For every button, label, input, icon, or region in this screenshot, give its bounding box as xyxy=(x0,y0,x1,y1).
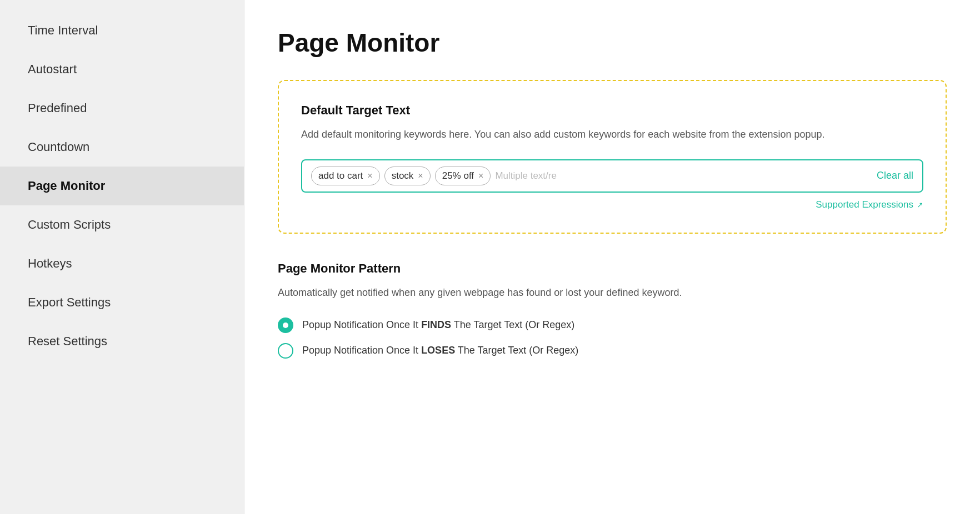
default-target-text-title: Default Target Text xyxy=(301,103,923,118)
sidebar: Time IntervalAutostartPredefinedCountdow… xyxy=(0,0,244,514)
tag-tag-1: add to cart× xyxy=(311,167,380,185)
tags-input[interactable]: add to cart×stock×25% off×Multiple text/… xyxy=(301,159,923,193)
clear-all-button[interactable]: Clear all xyxy=(877,170,913,182)
radio-group: Popup Notification Once It FINDS The Tar… xyxy=(278,318,947,359)
tag-label: add to cart xyxy=(318,170,363,182)
tags-placeholder: Multiple text/re xyxy=(495,170,872,182)
tag-label: stock xyxy=(392,170,414,182)
sidebar-item-predefined[interactable]: Predefined xyxy=(0,89,244,128)
sidebar-item-autostart[interactable]: Autostart xyxy=(0,50,244,89)
page-monitor-pattern-title: Page Monitor Pattern xyxy=(278,261,947,276)
supported-expressions-label: Supported Expressions xyxy=(816,199,913,210)
main-content: Page Monitor Default Target Text Add def… xyxy=(244,0,980,514)
page-title: Page Monitor xyxy=(278,28,947,58)
sidebar-item-reset-settings[interactable]: Reset Settings xyxy=(0,322,244,361)
sidebar-item-export-settings[interactable]: Export Settings xyxy=(0,283,244,322)
default-target-text-card: Default Target Text Add default monitori… xyxy=(278,80,947,234)
tag-remove-button[interactable]: × xyxy=(367,172,372,180)
tag-remove-button[interactable]: × xyxy=(478,172,483,180)
tag-tag-3: 25% off× xyxy=(435,167,491,185)
supported-expressions-container: Supported Expressions ↗ xyxy=(301,199,923,210)
tag-tag-2: stock× xyxy=(384,167,431,185)
tag-label: 25% off xyxy=(442,170,474,182)
sidebar-item-custom-scripts[interactable]: Custom Scripts xyxy=(0,205,244,244)
radio-circle-loses xyxy=(278,343,293,359)
sidebar-item-page-monitor[interactable]: Page Monitor xyxy=(0,167,244,205)
page-monitor-pattern-description: Automatically get notified when any give… xyxy=(278,285,947,301)
radio-label-finds: Popup Notification Once It FINDS The Tar… xyxy=(302,319,574,331)
sidebar-item-countdown[interactable]: Countdown xyxy=(0,128,244,167)
sidebar-item-time-interval[interactable]: Time Interval xyxy=(0,11,244,50)
external-link-icon: ↗ xyxy=(917,200,923,209)
page-monitor-pattern: Page Monitor Pattern Automatically get n… xyxy=(278,261,947,359)
default-target-text-description: Add default monitoring keywords here. Yo… xyxy=(301,127,923,143)
radio-circle-finds xyxy=(278,318,293,333)
radio-option-finds[interactable]: Popup Notification Once It FINDS The Tar… xyxy=(278,318,947,333)
supported-expressions-link[interactable]: Supported Expressions ↗ xyxy=(816,199,923,210)
radio-option-loses[interactable]: Popup Notification Once It LOSES The Tar… xyxy=(278,343,947,359)
tag-remove-button[interactable]: × xyxy=(418,172,423,180)
radio-label-loses: Popup Notification Once It LOSES The Tar… xyxy=(302,345,578,356)
sidebar-item-hotkeys[interactable]: Hotkeys xyxy=(0,244,244,283)
